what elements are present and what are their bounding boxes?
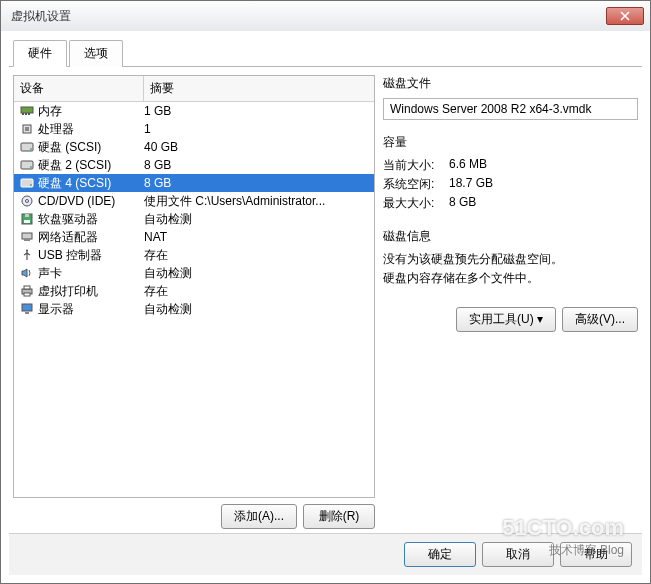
disk-info-label: 磁盘信息 — [383, 228, 638, 245]
header-summary[interactable]: 摘要 — [144, 76, 374, 101]
device-summary: NAT — [144, 230, 370, 244]
svg-rect-5 — [25, 127, 29, 131]
hdd-icon — [20, 159, 34, 171]
device-name: 硬盘 2 (SCSI) — [36, 157, 144, 174]
table-row[interactable]: 硬盘 4 (SCSI) 8 GB — [14, 174, 374, 192]
window-title: 虚拟机设置 — [11, 8, 606, 25]
table-row[interactable]: 声卡 自动检测 — [14, 264, 374, 282]
remove-button[interactable]: 删除(R) — [303, 504, 375, 529]
vm-settings-dialog: 虚拟机设置 硬件 选项 设备 摘要 内存 1 GB 处理器 1 硬盘 (SCSI… — [0, 0, 651, 584]
svg-rect-3 — [28, 113, 30, 115]
table-row[interactable]: 软盘驱动器 自动检测 — [14, 210, 374, 228]
kv-max-size: 最大大小:8 GB — [383, 195, 638, 212]
sound-icon — [20, 267, 34, 279]
device-icon — [18, 139, 36, 155]
tab-hardware[interactable]: 硬件 — [13, 40, 67, 67]
device-summary: 40 GB — [144, 140, 370, 154]
device-name: 硬盘 (SCSI) — [36, 139, 144, 156]
svg-rect-22 — [24, 293, 30, 296]
disk-file-input[interactable] — [383, 98, 638, 120]
device-icon — [18, 211, 36, 227]
capacity-label: 容量 — [383, 134, 638, 151]
table-row[interactable]: 显示器 自动检测 — [14, 300, 374, 318]
device-summary: 使用文件 C:\Users\Administrator... — [144, 193, 370, 210]
cpu-icon — [20, 123, 34, 135]
device-summary: 自动检测 — [144, 265, 370, 282]
cd-icon — [20, 195, 34, 207]
device-name: 虚拟打印机 — [36, 283, 144, 300]
device-list[interactable]: 设备 摘要 内存 1 GB 处理器 1 硬盘 (SCSI) 40 GB 硬盘 2… — [13, 75, 375, 498]
device-name: 内存 — [36, 103, 144, 120]
footer-bar: 确定 取消 帮助 — [9, 533, 642, 575]
footer-wrap: 确定 取消 帮助 51CTO.com 技术博客 Blog — [9, 533, 642, 575]
device-summary: 存在 — [144, 247, 370, 264]
kv-sys-free: 系统空闲:18.7 GB — [383, 176, 638, 193]
floppy-icon — [20, 213, 34, 225]
svg-point-9 — [30, 166, 32, 168]
table-row[interactable]: 硬盘 2 (SCSI) 8 GB — [14, 156, 374, 174]
dialog-body: 硬件 选项 设备 摘要 内存 1 GB 处理器 1 硬盘 (SCSI) 40 G… — [1, 31, 650, 583]
memory-icon — [20, 105, 34, 117]
max-size-v: 8 GB — [449, 195, 638, 212]
add-button[interactable]: 添加(A)... — [221, 504, 297, 529]
close-button[interactable] — [606, 7, 644, 25]
svg-point-7 — [30, 148, 32, 150]
usb-icon — [20, 249, 34, 261]
current-size-v: 6.6 MB — [449, 157, 638, 174]
table-row[interactable]: CD/DVD (IDE) 使用文件 C:\Users\Administrator… — [14, 192, 374, 210]
device-name: CD/DVD (IDE) — [36, 194, 144, 208]
network-icon — [20, 231, 34, 243]
device-icon — [18, 247, 36, 263]
ok-button[interactable]: 确定 — [404, 542, 476, 567]
printer-icon — [20, 285, 34, 297]
device-icon — [18, 265, 36, 281]
cancel-button[interactable]: 取消 — [482, 542, 554, 567]
device-name: 处理器 — [36, 121, 144, 138]
advanced-button[interactable]: 高级(V)... — [562, 307, 638, 332]
list-rows: 内存 1 GB 处理器 1 硬盘 (SCSI) 40 GB 硬盘 2 (SCSI… — [14, 102, 374, 318]
device-summary: 1 — [144, 122, 370, 136]
sys-free-k: 系统空闲: — [383, 176, 449, 193]
util-button[interactable]: 实用工具(U) ▾ — [456, 307, 556, 332]
device-name: 硬盘 4 (SCSI) — [36, 175, 144, 192]
table-row[interactable]: 内存 1 GB — [14, 102, 374, 120]
sys-free-v: 18.7 GB — [449, 176, 638, 193]
titlebar[interactable]: 虚拟机设置 — [1, 1, 650, 31]
device-name: 软盘驱动器 — [36, 211, 144, 228]
device-name: 网络适配器 — [36, 229, 144, 246]
svg-rect-1 — [22, 113, 24, 115]
device-name: 显示器 — [36, 301, 144, 318]
svg-point-11 — [30, 184, 32, 186]
max-size-k: 最大大小: — [383, 195, 449, 212]
group-disk-info: 磁盘信息 没有为该硬盘预先分配磁盘空间。 硬盘内容存储在多个文件中。 — [383, 228, 638, 289]
svg-point-13 — [26, 200, 29, 203]
svg-rect-15 — [25, 214, 29, 217]
hdd-icon — [20, 177, 34, 189]
tabs: 硬件 选项 — [9, 39, 642, 67]
table-row[interactable]: 虚拟打印机 存在 — [14, 282, 374, 300]
disk-info-line2: 硬盘内容存储在多个文件中。 — [383, 270, 638, 287]
close-icon — [620, 11, 630, 21]
help-button[interactable]: 帮助 — [560, 542, 632, 567]
device-summary: 存在 — [144, 283, 370, 300]
table-row[interactable]: USB 控制器 存在 — [14, 246, 374, 264]
svg-rect-0 — [21, 107, 33, 113]
disk-file-label: 磁盘文件 — [383, 75, 638, 92]
device-name: USB 控制器 — [36, 247, 144, 264]
device-icon — [18, 103, 36, 119]
table-row[interactable]: 处理器 1 — [14, 120, 374, 138]
svg-rect-2 — [25, 113, 27, 115]
right-buttons: 实用工具(U) ▾ 高级(V)... — [383, 307, 638, 332]
list-header: 设备 摘要 — [14, 76, 374, 102]
content-area: 设备 摘要 内存 1 GB 处理器 1 硬盘 (SCSI) 40 GB 硬盘 2… — [9, 67, 642, 533]
left-buttons: 添加(A)... 删除(R) — [13, 504, 375, 529]
tab-options[interactable]: 选项 — [69, 40, 123, 67]
chevron-down-icon: ▾ — [537, 312, 543, 326]
table-row[interactable]: 硬盘 (SCSI) 40 GB — [14, 138, 374, 156]
header-device[interactable]: 设备 — [14, 76, 144, 101]
display-icon — [20, 303, 34, 315]
current-size-k: 当前大小: — [383, 157, 449, 174]
table-row[interactable]: 网络适配器 NAT — [14, 228, 374, 246]
device-summary: 1 GB — [144, 104, 370, 118]
svg-rect-23 — [22, 304, 32, 311]
